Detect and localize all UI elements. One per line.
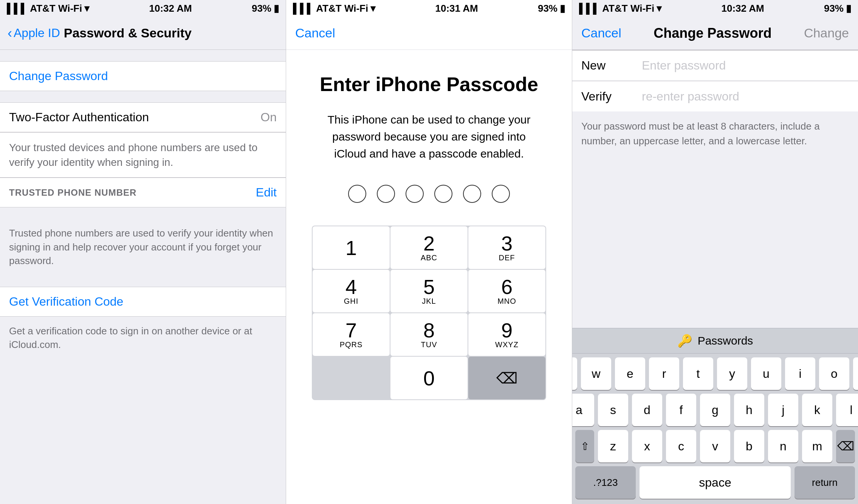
key-i[interactable]: i [785, 357, 815, 390]
key-b[interactable]: b [734, 430, 764, 462]
key-f[interactable]: f [666, 394, 696, 426]
numpad-key-7[interactable]: 7 PQRS [313, 313, 390, 356]
numpad-key-5[interactable]: 5 JKL [390, 270, 468, 312]
wifi-icon-2: ▾ [370, 3, 375, 14]
numpad-key-3[interactable]: 3 DEF [468, 226, 545, 269]
signal-icon-1: ▌▌▌ [7, 3, 28, 14]
key-h[interactable]: h [734, 394, 764, 426]
numpad-key-2[interactable]: 2 ABC [390, 226, 468, 269]
trusted-description: Trusted phone numbers are used to verify… [0, 219, 286, 275]
shift-key[interactable]: ⇧ [575, 430, 594, 462]
back-label: Apple ID [14, 26, 60, 40]
new-password-input[interactable] [642, 59, 849, 73]
carrier-1: AT&T Wi-Fi [30, 3, 82, 14]
status-bar-3: ▌▌▌ AT&T Wi-Fi ▾ 10:32 AM 93% ▮ [572, 0, 858, 17]
signal-icon-3: ▌▌▌ [579, 3, 600, 14]
password-hint: Your password must be at least 8 charact… [572, 111, 858, 156]
key-w[interactable]: w [581, 357, 611, 390]
cancel-button-2[interactable]: Cancel [295, 26, 335, 40]
nav-bar-2: Cancel [286, 17, 572, 50]
status-right-2: 93% ▮ [538, 3, 565, 14]
carrier-2: AT&T Wi-Fi [316, 3, 368, 14]
status-left-3: ▌▌▌ AT&T Wi-Fi ▾ [579, 3, 661, 14]
key-o[interactable]: o [819, 357, 849, 390]
key-m[interactable]: m [802, 430, 832, 462]
numpad-key-9[interactable]: 9 WXYZ [468, 313, 545, 356]
battery-icon-1: ▮ [274, 3, 279, 14]
key-g[interactable]: g [700, 394, 730, 426]
numpad-key-4[interactable]: 4 GHI [313, 270, 390, 312]
trusted-phone-row: TRUSTED PHONE NUMBER Edit [0, 178, 286, 207]
key-d[interactable]: d [632, 394, 662, 426]
chevron-left-icon: ‹ [8, 25, 12, 41]
key-r[interactable]: r [649, 357, 679, 390]
separator-4 [0, 275, 286, 287]
settings-list: Change Password Two-Factor Authenticatio… [0, 50, 286, 504]
wifi-icon-3: ▾ [657, 3, 661, 14]
passwords-label[interactable]: Passwords [698, 334, 753, 347]
key-x[interactable]: x [632, 430, 662, 462]
numpad-letters-6: MNO [497, 297, 516, 306]
numpad-key-8[interactable]: 8 TUV [390, 313, 468, 356]
battery-icon-2: ▮ [560, 3, 565, 14]
key-v[interactable]: v [700, 430, 730, 462]
two-factor-description-cell: Your trusted devices and phone numbers a… [0, 132, 286, 178]
verify-password-input[interactable] [642, 90, 849, 104]
battery-pct-1: 93% [252, 3, 271, 14]
numpad-key-6[interactable]: 6 MNO [468, 270, 545, 312]
change-password-cell[interactable]: Change Password [0, 61, 286, 91]
numpad-letters-7: PQRS [340, 340, 363, 349]
key-z[interactable]: z [598, 430, 628, 462]
key-c[interactable]: c [666, 430, 696, 462]
separator-3 [0, 207, 286, 219]
two-factor-label: Two-Factor Authentication [9, 110, 149, 124]
key-s[interactable]: s [598, 394, 628, 426]
status-left-1: ▌▌▌ AT&T Wi-Fi ▾ [7, 3, 89, 14]
back-button[interactable]: ‹ Apple ID [8, 25, 60, 41]
passcode-dots [348, 185, 510, 203]
key-q[interactable]: q [572, 357, 577, 390]
cancel-button-3[interactable]: Cancel [581, 26, 621, 40]
numpad-num-2: 2 [423, 233, 435, 254]
passcode-subtitle: This iPhone can be used to change your p… [323, 111, 535, 162]
numpad-num-7: 7 [345, 320, 357, 340]
status-right-1: 93% ▮ [252, 3, 279, 14]
numpad-num-9: 9 [501, 320, 513, 340]
key-p[interactable]: p [853, 357, 858, 390]
keyboard-toolbar: 🔑 Passwords [572, 328, 858, 354]
key-l[interactable]: l [836, 394, 858, 426]
wifi-icon-1: ▾ [84, 3, 89, 14]
trusted-phone-edit[interactable]: Edit [256, 186, 277, 199]
key-row-1: q w e r t y u i o p [575, 357, 855, 390]
trusted-phone-label: TRUSTED PHONE NUMBER [9, 187, 136, 198]
key-u[interactable]: u [751, 357, 781, 390]
key-a[interactable]: a [572, 394, 594, 426]
numpad: 1 2 ABC 3 DEF 4 GHI 5 JKL 6 MNO [312, 226, 546, 400]
dot-5 [463, 185, 481, 203]
key-t[interactable]: t [683, 357, 713, 390]
numpad-letters-3: DEF [499, 254, 515, 262]
carrier-3: AT&T Wi-Fi [602, 3, 654, 14]
numpad-letters-9: WXYZ [495, 340, 519, 349]
key-e[interactable]: e [615, 357, 645, 390]
get-verification-code-cell[interactable]: Get Verification Code [0, 287, 286, 317]
key-j[interactable]: j [768, 394, 798, 426]
keyboard-delete-key[interactable]: ⌫ [836, 430, 855, 462]
two-factor-row[interactable]: Two-Factor Authentication On [0, 102, 286, 132]
key-space[interactable]: space [640, 466, 791, 499]
status-bar-1: ▌▌▌ AT&T Wi-Fi ▾ 10:32 AM 93% ▮ [0, 0, 286, 17]
nav-bar-3: Cancel Change Password Change [572, 17, 858, 50]
numpad-num-0: 0 [423, 368, 435, 388]
panel-enter-passcode: ▌▌▌ AT&T Wi-Fi ▾ 10:31 AM 93% ▮ Cancel E… [286, 0, 572, 504]
key-k[interactable]: k [802, 394, 832, 426]
key-row-4: .?123 space return [575, 466, 855, 499]
numpad-delete-key[interactable]: ⌫ [468, 357, 545, 399]
numpad-key-1[interactable]: 1 [313, 226, 390, 269]
numpad-key-0[interactable]: 0 [390, 357, 468, 399]
numpad-num-8: 8 [423, 320, 435, 340]
new-password-row: New [572, 51, 858, 81]
key-return[interactable]: return [795, 466, 855, 499]
key-y[interactable]: y [717, 357, 747, 390]
key-n[interactable]: n [768, 430, 798, 462]
key-numbers[interactable]: .?123 [575, 466, 636, 499]
